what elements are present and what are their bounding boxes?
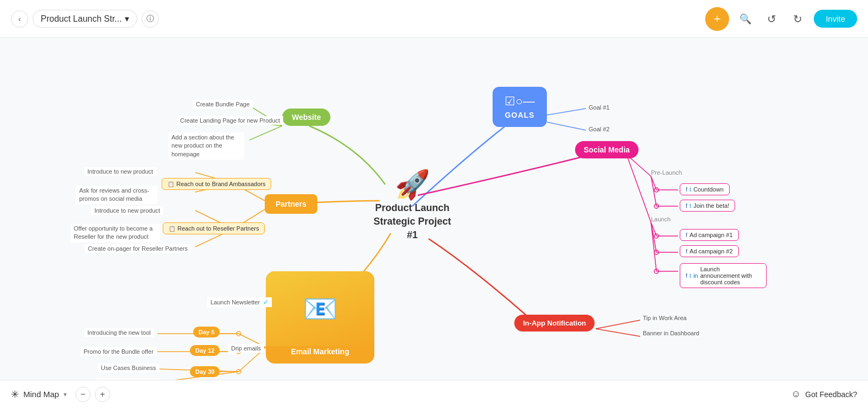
reseller-leaf3: Create on-pager for Reseller Partners [85, 244, 191, 253]
partners-node[interactable]: Partners [265, 194, 317, 214]
topbar-left: ‹ Product Launch Str... ▾ ⓘ [11, 10, 159, 28]
svg-line-10 [651, 222, 656, 236]
svg-point-36 [237, 331, 241, 336]
svg-line-13 [651, 222, 656, 252]
inapp-node[interactable]: In-App Notification [514, 315, 595, 331]
reseller-leaf1: Introduce to new product [91, 206, 163, 215]
topbar-right: + 🔍 ↺ ↻ Invite [705, 7, 857, 31]
bottombar: ✳ Mind Map ▾ − + ☺ Got Feedback? [0, 380, 868, 408]
goals-node[interactable]: ☑○— GOALS [493, 87, 547, 127]
svg-point-44 [237, 369, 241, 374]
feedback-label: Got Feedback? [805, 390, 857, 399]
partner-leaf1: Introduce to new product [84, 167, 156, 176]
day5-leaf: Introducing the new tool [84, 328, 154, 337]
brand-ambassadors-box: 📋 Reach out to Brand Ambassadors [162, 178, 271, 190]
pre-launch-label: Pre-Launch [651, 169, 682, 176]
svg-point-11 [654, 234, 659, 238]
project-title-button[interactable]: Product Launch Str... ▾ [33, 10, 137, 28]
reseller-leaf2: Offer opportunity to become a Reseller f… [71, 224, 160, 243]
project-title-text: Product Launch Str... [41, 14, 122, 24]
email-label: Email Marketing [291, 347, 349, 356]
svg-point-4 [654, 188, 659, 192]
day30-leaf1: Use Cases Business [98, 364, 159, 372]
svg-line-6 [651, 176, 656, 206]
search-button[interactable]: 🔍 [736, 9, 755, 29]
add-button[interactable]: + [705, 7, 729, 31]
svg-point-17 [654, 269, 659, 273]
banner-dashboard-leaf: Banner in Dashboard [643, 330, 699, 336]
svg-line-23 [250, 126, 282, 140]
day30-badge: Day 30 [190, 366, 220, 377]
mindmap-label: Mind Map [23, 390, 59, 399]
mindmap-chevron: ▾ [63, 391, 67, 398]
svg-point-7 [654, 204, 659, 208]
partner-leaf2: Ask for reviews and cross-promos on soci… [76, 186, 157, 205]
goal2-leaf: Goal #2 [589, 126, 610, 132]
redo-button[interactable]: ↻ [788, 9, 807, 29]
zoom-in-button[interactable]: + [95, 387, 110, 402]
launch-announcement-box: ftin Launch announcement with discount c… [680, 263, 767, 288]
feedback-button[interactable]: ☺ Got Feedback? [791, 388, 857, 400]
website-leaf1: Create Bundle Page [193, 100, 253, 109]
canvas: 🚀 Product LaunchStrategic Project #1 ☑○—… [0, 38, 868, 380]
day12-badge: Day 12 [190, 345, 220, 356]
svg-line-20 [596, 329, 640, 336]
svg-line-16 [651, 222, 656, 271]
back-button[interactable]: ‹ [11, 10, 28, 28]
zoom-out-button[interactable]: − [75, 387, 91, 402]
mindmap-button[interactable]: ✳ Mind Map ▾ [11, 388, 67, 400]
goal1-leaf: Goal #1 [589, 104, 610, 111]
email-marketing-node[interactable]: 📧 Email Marketing [266, 271, 374, 364]
join-beta-box: ft Join the beta! [680, 200, 735, 212]
svg-line-1 [547, 122, 586, 130]
social-media-node[interactable]: Social Media [575, 141, 639, 158]
svg-line-3 [651, 176, 656, 190]
email-icon: 📧 [303, 292, 338, 326]
svg-line-9 [627, 155, 651, 222]
center-rocket: 🚀 [369, 168, 456, 201]
day12-leaf: Promo for the Bundle offer [80, 347, 157, 356]
center-node: 🚀 Product LaunchStrategic Project #1 [369, 168, 456, 243]
feedback-icon: ☺ [791, 388, 801, 400]
ad-campaign2-box: f Ad campaign #2 [680, 245, 739, 257]
launch-label: Launch [651, 216, 671, 222]
zoom-controls: − + [75, 387, 110, 402]
day5-badge: Day 5 [193, 327, 220, 337]
website-leaf3: Add a section about the new product on t… [168, 132, 244, 160]
svg-point-14 [654, 250, 659, 254]
ad-campaign1-box: f Ad campaign #1 [680, 229, 739, 241]
drip-emails-leaf: Drip emails [228, 344, 264, 353]
launch-newsletter-leaf: Launch Newsletter ✓ [207, 297, 272, 307]
chevron-down-icon: ▾ [125, 14, 129, 24]
center-title: Product LaunchStrategic Project #1 [369, 201, 456, 243]
undo-button[interactable]: ↺ [762, 9, 781, 29]
website-node[interactable]: Website [282, 109, 330, 126]
countdown-box: ft Countdown [680, 183, 730, 195]
invite-button[interactable]: Invite [814, 10, 857, 28]
info-button[interactable]: ⓘ [142, 10, 159, 28]
tip-work-area-leaf: Tip in Work Area [643, 315, 687, 321]
website-leaf2: Create Landing Page for new Product [177, 116, 283, 125]
mindmap-icon: ✳ [11, 388, 19, 400]
svg-line-0 [547, 109, 586, 115]
topbar: ‹ Product Launch Str... ▾ ⓘ + 🔍 ↺ ↻ Invi… [0, 0, 868, 38]
svg-line-19 [596, 320, 640, 329]
reseller-partners-box: 📋 Reach out to Reseller Partners [163, 222, 265, 234]
